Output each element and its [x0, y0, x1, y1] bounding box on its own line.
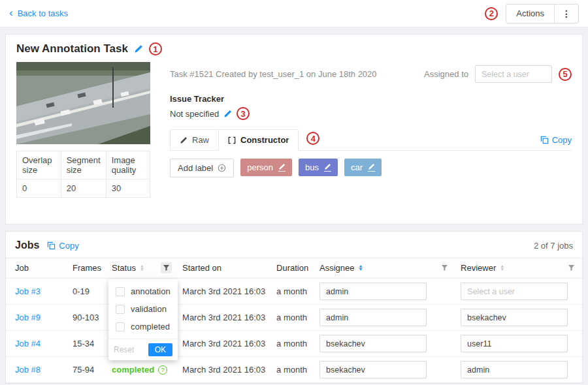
actions-button-group: Actions ⋮ — [506, 4, 579, 23]
filter-reset-button[interactable]: Reset — [114, 345, 134, 354]
status-header-label: Status — [112, 263, 136, 273]
status-filter-icon[interactable] — [161, 262, 172, 273]
assignee-filter-icon[interactable] — [439, 262, 450, 273]
label-tag-car[interactable]: car — [344, 159, 382, 176]
label-person-name: person — [247, 162, 273, 172]
job-4-link[interactable]: Job #4 — [15, 339, 41, 348]
status-filter-dropdown: annotation validation completed Reset OK — [108, 279, 178, 360]
actions-button[interactable]: Actions — [506, 5, 554, 23]
tab-constructor-label: Constructor — [240, 135, 289, 145]
plus-circle-icon — [218, 164, 226, 172]
job-row-3: Job #3 0-19 March 3rd 2021 16:03 a month — [6, 279, 582, 305]
job-3-frames: 0-19 — [67, 279, 106, 305]
task-parameters-table: Overlap size Segment size Image quality … — [16, 151, 150, 198]
job-row-8: Job #8 75-94 completed ? March 3rd 2021 … — [6, 357, 582, 383]
callout-2: 2 — [485, 7, 498, 20]
column-header-frames: Frames — [67, 258, 106, 279]
label-bus-name: bus — [305, 162, 319, 172]
copy-icon — [47, 241, 56, 250]
job-3-started: March 3rd 2021 16:03 — [177, 279, 271, 305]
filter-option-annotation-label: annotation — [131, 286, 171, 296]
filter-option-validation-label: validation — [131, 304, 167, 314]
assignee-header-label: Assignee — [319, 263, 354, 273]
job-4-frames: 15-34 — [67, 331, 106, 357]
task-assignee-input[interactable] — [475, 65, 552, 83]
copy-icon — [540, 136, 549, 144]
checkbox-annotation[interactable] — [116, 287, 125, 296]
constructor-block-icon — [228, 136, 236, 144]
task-meta-text: Task #1521 Created by test_user_1 on Jun… — [170, 69, 417, 79]
job-4-started: March 3rd 2021 16:03 — [177, 331, 271, 357]
edit-label-bus-icon[interactable] — [324, 163, 331, 172]
status-help-icon[interactable]: ? — [158, 365, 167, 375]
tab-raw[interactable]: Raw — [170, 129, 218, 151]
checkbox-validation[interactable] — [116, 305, 125, 314]
job-8-assignee-input[interactable] — [319, 361, 427, 378]
job-9-assignee-input[interactable] — [319, 309, 427, 326]
filter-option-validation[interactable]: validation — [108, 300, 178, 318]
job-8-reviewer-input[interactable] — [461, 361, 568, 378]
job-4-assignee-input[interactable] — [319, 335, 427, 352]
job-9-reviewer-input[interactable] — [461, 309, 568, 326]
assignee-sort-icon[interactable]: ▲▼ — [359, 265, 363, 270]
column-header-assignee[interactable]: Assignee ▲▼ — [314, 258, 455, 279]
jobs-card: Jobs Copy 2 of 7 jobs Job Frames Status — [5, 231, 583, 384]
label-tag-person[interactable]: person — [240, 159, 292, 176]
tab-raw-label: Raw — [192, 135, 209, 145]
job-3-link[interactable]: Job #3 — [15, 286, 41, 296]
callout-3: 3 — [237, 107, 250, 120]
job-3-assignee-input[interactable] — [319, 283, 427, 300]
assigned-to-label: Assigned to — [424, 69, 468, 79]
param-header-quality: Image quality — [106, 151, 150, 179]
jobs-table-header-row: Job Frames Status ▲▼ Started on Duration — [6, 258, 582, 279]
label-tag-bus[interactable]: bus — [299, 159, 338, 176]
edit-task-name-icon[interactable] — [134, 44, 143, 54]
job-4-reviewer-input[interactable] — [461, 335, 568, 352]
filter-ok-button[interactable]: OK — [148, 343, 172, 356]
filter-option-completed-label: completed — [131, 322, 170, 331]
param-value-segment: 20 — [61, 179, 106, 198]
edit-issue-tracker-icon[interactable] — [223, 110, 232, 118]
checkbox-completed[interactable] — [116, 322, 125, 331]
reviewer-sort-icon[interactable]: ▲▼ — [500, 265, 504, 270]
param-header-overlap: Overlap size — [17, 151, 61, 179]
callout-4: 4 — [306, 132, 319, 145]
labels-constructor-panel: Add label person bus — [170, 151, 572, 213]
add-label-text: Add label — [178, 163, 213, 173]
filter-option-completed[interactable]: completed — [108, 318, 178, 335]
labels-copy-button[interactable]: Copy — [540, 135, 572, 145]
task-details-card: New Annotation Task 1 — [5, 34, 583, 224]
back-chevron-icon: ‹ — [9, 7, 13, 18]
jobs-copy-label: Copy — [59, 241, 78, 251]
task-title: New Annotation Task — [16, 42, 128, 55]
edit-label-car-icon[interactable] — [368, 163, 375, 172]
back-to-tasks-link[interactable]: ‹ Back to tasks — [9, 8, 68, 18]
job-9-started: March 3rd 2021 16:03 — [177, 305, 271, 331]
reviewer-filter-icon[interactable] — [566, 262, 577, 273]
job-8-started: March 3rd 2021 16:03 — [177, 357, 271, 383]
column-header-job[interactable]: Job — [6, 258, 67, 279]
jobs-count: 2 of 7 jobs — [534, 241, 573, 251]
column-header-status[interactable]: Status ▲▼ — [106, 258, 177, 279]
issue-tracker-label: Issue Tracker — [170, 94, 572, 104]
back-to-tasks-label: Back to tasks — [18, 8, 68, 18]
filter-option-annotation[interactable]: annotation — [108, 283, 178, 300]
column-header-duration: Duration — [271, 258, 314, 279]
job-9-duration: a month — [271, 305, 314, 331]
tab-constructor[interactable]: Constructor — [218, 129, 299, 151]
jobs-copy-button[interactable]: Copy — [47, 241, 78, 251]
job-3-reviewer-input[interactable] — [461, 283, 568, 300]
top-navigation-bar: ‹ Back to tasks 2 Actions ⋮ — [0, 0, 588, 27]
job-9-link[interactable]: Job #9 — [15, 313, 41, 322]
job-3-duration: a month — [271, 279, 314, 305]
job-8-duration: a month — [271, 357, 314, 383]
job-8-frames: 75-94 — [67, 357, 106, 383]
jobs-title: Jobs — [15, 239, 39, 251]
column-header-reviewer[interactable]: Reviewer ▲▼ — [455, 258, 582, 279]
callout-1: 1 — [149, 42, 162, 55]
job-8-link[interactable]: Job #8 — [15, 365, 41, 375]
edit-label-person-icon[interactable] — [278, 163, 286, 172]
add-label-button[interactable]: Add label — [170, 159, 234, 177]
actions-menu-button[interactable]: ⋮ — [554, 5, 578, 23]
status-sort-icon[interactable]: ▲▼ — [140, 265, 144, 270]
